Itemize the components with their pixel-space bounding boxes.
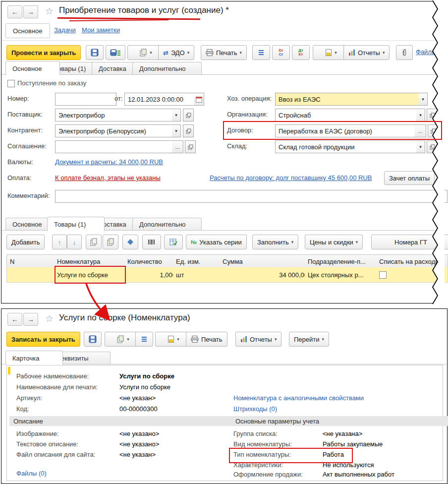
contract-open-button[interactable] — [428, 124, 439, 137]
reports-button[interactable]: Отчеты ▾ — [343, 45, 390, 60]
forward-button[interactable]: → — [23, 313, 38, 326]
post-and-close-button[interactable]: Провести и закрыть — [6, 45, 81, 60]
share-button[interactable] — [122, 235, 138, 249]
goto-button[interactable]: Перейти ▾ — [289, 332, 329, 347]
currency-settlements-link[interactable]: Документ и расчеты: 34 000,00 RUB — [55, 156, 163, 168]
document-list-button[interactable] — [252, 45, 270, 60]
agreement-input[interactable] — [55, 140, 179, 153]
warehouse-input[interactable]: Склад готовой продукции — [275, 140, 423, 153]
date-input[interactable]: 12.01.2023 0:00:00 — [124, 93, 201, 106]
save-button[interactable] — [86, 45, 104, 60]
back-button[interactable]: ← — [7, 313, 22, 326]
save-and-list-button[interactable] — [106, 45, 125, 60]
add-row-button[interactable]: Добавить — [6, 235, 45, 249]
back-button[interactable]: ← — [7, 5, 22, 18]
supplier-input[interactable]: Электроприбор — [55, 109, 179, 121]
contract-settlements-link[interactable]: Расчеты по договору: долг поставщику 45 … — [210, 172, 372, 184]
dt-kt-postings-button[interactable]: Дт Кт — [292, 45, 310, 60]
text-description-value: <не указано> — [119, 439, 159, 449]
purchase-document-window: ← → ☆ Приобретение товаров и услуг (созд… — [1, 1, 444, 303]
nav-link-notes[interactable]: Мои заметки — [82, 24, 120, 36]
characteristics-value: Не используются — [323, 460, 374, 470]
set-series-button[interactable]: № Указать серии — [186, 235, 247, 249]
list-button[interactable] — [135, 332, 153, 347]
table-row-cell-expense[interactable] — [376, 267, 448, 283]
supplier-open-button[interactable] — [183, 109, 194, 121]
counterparty-open-button[interactable] — [183, 124, 194, 137]
counterparty-dropdown-button[interactable]: ▾ — [172, 124, 181, 137]
organization-dropdown-button[interactable]: ▾ — [416, 109, 425, 121]
edo-button[interactable]: ⇄ ЭДО ▾ — [158, 45, 194, 60]
reports-button[interactable]: Отчеты ▾ — [235, 332, 281, 347]
table-row-cell-sum[interactable]: 34 000,00 — [220, 267, 311, 283]
barcodes-link[interactable]: Штрихкоды (0) — [233, 404, 277, 414]
table-row-cell-nomenclature[interactable]: Услуги по сборке — [54, 267, 131, 283]
col-header-sum[interactable]: Сумма — [220, 254, 311, 268]
favorite-star-icon[interactable]: ☆ — [45, 313, 54, 324]
contract-input[interactable]: Переработка в ЕАЭС (договор) — [275, 124, 422, 137]
prices-discounts-button[interactable]: Цены и скидки ▾ — [305, 235, 363, 249]
save-and-close-button[interactable]: Записать и закрыть — [6, 332, 80, 347]
payment-offset-button[interactable]: Зачет оплаты — [384, 171, 435, 185]
printer-icon — [206, 49, 214, 56]
table-row-cell-department[interactable]: Цех столярных р... — [305, 267, 383, 283]
save-button[interactable] — [84, 332, 102, 347]
col-header-quantity[interactable]: Количество — [124, 254, 179, 268]
move-up-button[interactable]: ↑ — [52, 235, 67, 249]
gtd-numbers-button[interactable]: Номера ГТ — [371, 235, 448, 249]
col-header-nomenclature[interactable]: Номенклатура — [54, 254, 131, 268]
files-link[interactable]: Файлы (0) — [16, 469, 47, 479]
print-button[interactable]: Печать ▾ — [201, 45, 247, 60]
nav-section-main[interactable]: Основное — [5, 23, 50, 38]
comment-input[interactable] — [55, 190, 448, 203]
move-down-button[interactable]: ↓ — [67, 235, 82, 249]
operation-select[interactable]: Ввоз из ЕАЭС — [275, 93, 426, 106]
col-header-expense[interactable]: Списать на расходы — [376, 254, 448, 268]
favorite-star-icon[interactable]: ☆ — [45, 5, 54, 17]
tab-additional[interactable]: Дополнительно — [132, 62, 202, 75]
table-settings-button[interactable] — [164, 235, 183, 249]
barcode-icon — [148, 239, 156, 245]
tab-goods-2[interactable]: Товары (1) — [47, 217, 105, 231]
similar-nomenclature-link[interactable]: Номенклатура с аналогичными свойствами — [233, 393, 364, 403]
article-label: Артикул: — [16, 393, 42, 403]
payment-terms-link[interactable]: К оплате безнал, этапы не указаны — [55, 172, 161, 184]
by-order-checkbox[interactable] — [7, 80, 15, 87]
organization-open-button[interactable] — [427, 109, 438, 121]
tab-additional-2[interactable]: Дополнительно — [132, 218, 202, 231]
counterparty-input[interactable]: Электроприбор (Белоруссия) — [55, 124, 179, 137]
col-header-n[interactable]: N — [6, 254, 61, 268]
table-row-cell-n[interactable]: 1 — [6, 267, 61, 283]
col-header-department[interactable]: Подразделение-п... — [305, 254, 383, 268]
operation-dropdown-button[interactable]: ▾ — [419, 93, 428, 106]
warehouse-open-button[interactable] — [427, 140, 438, 153]
organization-input[interactable]: Стройснаб — [275, 109, 423, 121]
floppy-icon — [89, 335, 97, 343]
fill-button[interactable]: Заполнить ▾ — [252, 235, 298, 249]
agreement-select-button[interactable]: ... — [172, 140, 183, 153]
nav-link-tasks[interactable]: Задачи — [54, 24, 76, 36]
organization-label: Организация: — [227, 109, 268, 121]
supplier-dropdown-button[interactable]: ▾ — [172, 109, 181, 121]
expense-checkbox[interactable] — [379, 271, 387, 279]
print-button[interactable]: Печать — [186, 332, 227, 347]
agreement-open-button[interactable] — [185, 140, 196, 153]
attachments-button[interactable] — [396, 45, 413, 60]
copy-row-button[interactable] — [86, 235, 102, 249]
working-name-value: Услуги по сборке — [119, 371, 174, 381]
barcode-scan-button[interactable] — [142, 235, 161, 249]
files-link[interactable]: Файлы — [416, 46, 436, 58]
dr-cr-postings-button[interactable]: Dr Cr — [272, 45, 290, 60]
duplicate-row-button[interactable] — [103, 235, 118, 249]
col-header-unit[interactable]: Ед. изм. — [173, 254, 226, 268]
number-input[interactable] — [55, 93, 116, 106]
forward-button[interactable]: → — [23, 5, 38, 18]
tab-main[interactable]: Основное — [5, 61, 60, 75]
table-row-cell-quantity[interactable]: 1,000 — [124, 267, 179, 283]
tab-card[interactable]: Карточка — [5, 351, 63, 365]
table-row-cell-unit[interactable]: шт — [173, 267, 226, 283]
warehouse-dropdown-button[interactable]: ▾ — [416, 140, 425, 153]
contract-select-button[interactable]: ... — [415, 124, 426, 137]
working-name-label: Рабочее наименование: — [16, 371, 89, 381]
calendar-button[interactable] — [194, 93, 204, 106]
